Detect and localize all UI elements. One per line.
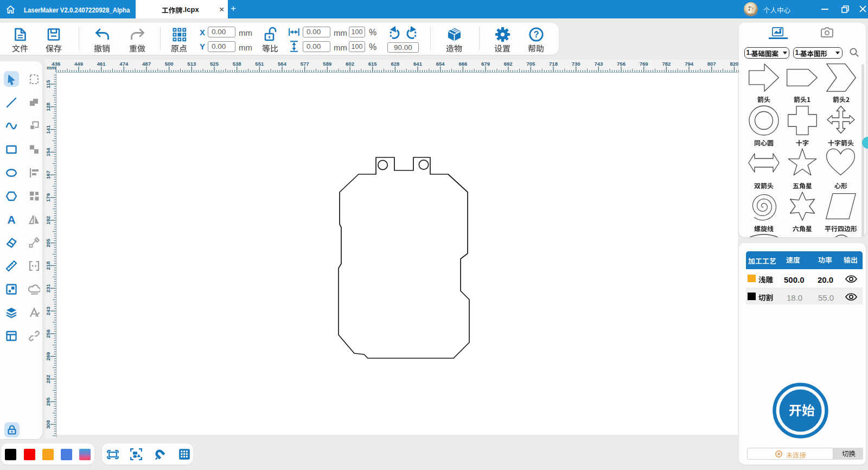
svg-text:628: 628 xyxy=(391,61,399,67)
svg-text:154: 154 xyxy=(45,148,51,157)
svg-text:128: 128 xyxy=(45,103,51,111)
svg-text:615: 615 xyxy=(368,61,378,67)
svg-text:794: 794 xyxy=(685,61,694,67)
svg-text:730: 730 xyxy=(572,61,580,67)
svg-text:461: 461 xyxy=(97,61,106,67)
svg-text:308: 308 xyxy=(45,420,51,429)
svg-text:115: 115 xyxy=(45,80,51,88)
svg-text:487: 487 xyxy=(142,61,151,67)
svg-text:589: 589 xyxy=(323,61,331,67)
svg-text:551: 551 xyxy=(255,61,264,67)
svg-text:654: 654 xyxy=(436,61,445,67)
svg-text:282: 282 xyxy=(45,374,51,383)
svg-text:A: A xyxy=(7,213,15,225)
svg-text:243: 243 xyxy=(45,307,51,315)
svg-text:577: 577 xyxy=(301,61,309,67)
svg-text:295: 295 xyxy=(45,397,51,407)
svg-text:756: 756 xyxy=(617,61,626,67)
svg-text:782: 782 xyxy=(662,61,671,67)
svg-text:269: 269 xyxy=(45,352,51,361)
svg-text:141: 141 xyxy=(45,125,51,134)
svg-text:564: 564 xyxy=(278,61,287,67)
svg-text:205: 205 xyxy=(45,238,51,247)
svg-text:474: 474 xyxy=(119,61,129,67)
svg-text:525: 525 xyxy=(210,61,219,67)
svg-text:641: 641 xyxy=(413,61,423,67)
svg-text:692: 692 xyxy=(504,61,513,67)
svg-text:743: 743 xyxy=(594,61,603,67)
svg-text:602: 602 xyxy=(346,61,354,67)
svg-text:449: 449 xyxy=(74,61,83,67)
svg-text:807: 807 xyxy=(707,61,716,67)
svg-text:256: 256 xyxy=(45,329,51,338)
svg-text:?: ? xyxy=(533,29,539,39)
svg-text:231: 231 xyxy=(45,284,51,293)
svg-text:500: 500 xyxy=(165,61,174,67)
svg-text:192: 192 xyxy=(45,216,51,225)
svg-text:167: 167 xyxy=(45,170,51,179)
svg-text:705: 705 xyxy=(526,61,535,67)
svg-text:769: 769 xyxy=(640,61,648,67)
svg-text:513: 513 xyxy=(187,61,196,67)
svg-text:538: 538 xyxy=(233,61,241,67)
svg-text:218: 218 xyxy=(45,261,51,270)
svg-text:820: 820 xyxy=(730,61,738,67)
svg-text:718: 718 xyxy=(549,61,558,67)
svg-text:679: 679 xyxy=(481,61,490,67)
svg-text:666: 666 xyxy=(458,61,467,67)
svg-text:179: 179 xyxy=(45,193,51,202)
